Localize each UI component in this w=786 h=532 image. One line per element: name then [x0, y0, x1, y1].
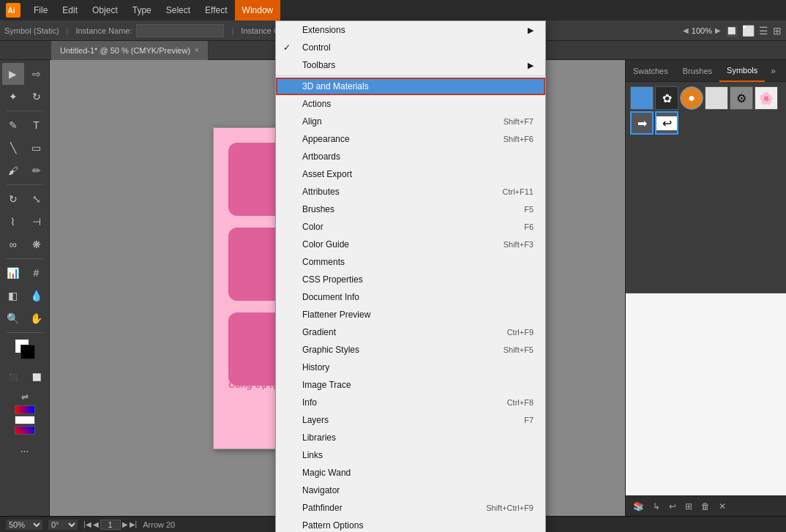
swap-colors-btn[interactable]: ⇌ [21, 391, 29, 402]
menu-object[interactable]: Object [85, 0, 125, 20]
dd-item-pathfinder[interactable]: Pathfinder Shift+Ctrl+F9 [276, 499, 545, 517]
panel-tb-libraries[interactable]: 📚 [630, 500, 647, 513]
screen-mode-normal[interactable]: ⬛ [2, 366, 24, 388]
panel-tb-place[interactable]: ↳ [650, 500, 663, 513]
dd-item-align[interactable]: Align Shift+F7 [276, 113, 545, 130]
menu-window[interactable]: Window [235, 0, 281, 20]
dd-item-navigator[interactable]: Navigator [276, 482, 545, 499]
panel-menu-icon[interactable]: ≡ [782, 66, 786, 76]
symbol-cell-blue[interactable] [630, 86, 654, 110]
symbol-cell-flower[interactable]: 🌸 [755, 86, 778, 110]
dd-item-control[interactable]: ✓ Control [276, 39, 545, 56]
dd-item-color[interactable]: Color F6 [276, 218, 545, 236]
menu-file[interactable]: File [26, 0, 55, 20]
symbol-cell-white[interactable] [705, 86, 728, 110]
instance-name-input[interactable] [136, 24, 224, 37]
tab-symbols[interactable]: Symbols [719, 60, 765, 82]
page-next-btn[interactable]: ▶ [122, 520, 128, 528]
dd-shortcut-graphic-styles: Shift+F5 [504, 345, 534, 354]
zoom-select[interactable]: 50% 100% [6, 520, 42, 530]
dd-item-image-trace[interactable]: Image Trace [276, 376, 545, 394]
eyedropper-tool[interactable]: 💧 [26, 285, 48, 307]
mesh-tool[interactable]: # [26, 262, 48, 284]
dd-item-3d-materials[interactable]: 3D and Materials [276, 78, 545, 95]
symbol-cell-orange[interactable]: ● [680, 86, 703, 110]
view-icon-1[interactable]: 🔲 [725, 25, 738, 37]
symbol-cell-arrow-return[interactable]: ↩ [655, 111, 678, 135]
magic-wand-tool[interactable]: ✦ [2, 86, 24, 108]
dd-item-css-properties[interactable]: CSS Properties [276, 271, 545, 288]
page-last-btn[interactable]: ▶| [130, 520, 138, 528]
paintbrush-tool[interactable]: 🖌 [2, 160, 24, 181]
zoom-in-icon[interactable]: ▶ [715, 26, 721, 34]
dd-item-graphic-styles[interactable]: Graphic Styles Shift+F5 [276, 341, 545, 359]
graph-tool[interactable]: 📊 [2, 262, 24, 284]
blend-tool[interactable]: ∞ [2, 233, 24, 255]
window-dropdown-menu[interactable]: Extensions ▶ ✓ Control Toolbars ▶ 3D and… [275, 20, 546, 532]
rotate-tool[interactable]: ↻ [2, 188, 24, 210]
symbol-cell-arrow-right[interactable]: ➡ [630, 111, 654, 135]
symbol-tool[interactable]: ❋ [26, 233, 48, 255]
page-prev-btn[interactable]: ◀ [93, 520, 99, 528]
hand-tool[interactable]: ✋ [26, 307, 48, 329]
direct-select-tool[interactable]: ⇨ [26, 63, 48, 85]
pen-tool[interactable]: ✎ [2, 114, 24, 136]
zoom-tool[interactable]: 🔍 [2, 307, 24, 329]
view-icon-2[interactable]: ⬜ [742, 25, 755, 37]
shape-tool[interactable]: ▭ [26, 137, 48, 159]
page-first-btn[interactable]: |◀ [83, 520, 91, 528]
gradient-tool[interactable]: ◧ [2, 285, 24, 307]
dd-item-info[interactable]: Info Ctrl+F8 [276, 394, 545, 411]
width-tool[interactable]: ⊣ [26, 211, 48, 233]
dd-item-attributes[interactable]: Attributes Ctrl+F11 [276, 183, 545, 201]
panel-tb-delete[interactable]: 🗑 [698, 500, 713, 513]
dd-item-brushes[interactable]: Brushes F5 [276, 201, 545, 218]
dd-item-comments[interactable]: Comments [276, 253, 545, 271]
select-tool[interactable]: ▶ [2, 63, 24, 85]
doc-tab-close[interactable]: × [195, 46, 199, 54]
panel-tab-more[interactable]: » [765, 66, 782, 76]
zoom-out-icon[interactable]: ◀ [683, 26, 689, 34]
more-tools-btn[interactable]: ··· [14, 440, 36, 462]
type-tool[interactable]: T [26, 114, 48, 136]
dd-item-history[interactable]: History [276, 359, 545, 376]
panel-tb-close[interactable]: ✕ [716, 500, 729, 513]
view-icon-3[interactable]: ☰ [759, 25, 768, 37]
dd-item-links[interactable]: Links [276, 446, 545, 464]
dd-item-pattern-options[interactable]: Pattern Options [276, 517, 545, 532]
page-input[interactable] [100, 520, 121, 530]
dd-item-color-guide[interactable]: Color Guide Shift+F3 [276, 236, 545, 253]
doc-tab-main[interactable]: Untitled-1* @ 50 % (CMYK/Preview) × [51, 41, 209, 60]
dd-item-actions[interactable]: Actions [276, 95, 545, 113]
menu-select[interactable]: Select [159, 0, 198, 20]
symbol-cell-black[interactable]: ✿ [655, 86, 678, 110]
dd-item-extensions[interactable]: Extensions ▶ [276, 21, 545, 39]
scale-tool[interactable]: ⤡ [26, 188, 48, 210]
dd-item-magic-wand[interactable]: Magic Wand [276, 464, 545, 482]
dd-item-flattener-preview[interactable]: Flattener Preview [276, 306, 545, 323]
menu-effect[interactable]: Effect [198, 0, 234, 20]
lasso-tool[interactable]: ↻ [26, 86, 48, 108]
line-tool[interactable]: ╲ [2, 137, 24, 159]
dd-item-libraries[interactable]: Libraries [276, 429, 545, 446]
view-icon-4[interactable]: ⊞ [773, 25, 782, 37]
menu-type[interactable]: Type [125, 0, 159, 20]
dd-item-appearance[interactable]: Appearance Shift+F6 [276, 130, 545, 148]
dd-item-layers[interactable]: Layers F7 [276, 411, 545, 429]
dd-item-artboards[interactable]: Artboards [276, 148, 545, 165]
pencil-tool[interactable]: ✏ [26, 160, 48, 181]
warp-tool[interactable]: ⌇ [2, 211, 24, 233]
dd-item-asset-export[interactable]: Asset Export [276, 165, 545, 183]
screen-mode-full[interactable]: ⬜ [26, 366, 48, 388]
menu-edit[interactable]: Edit [55, 0, 85, 20]
tab-swatches[interactable]: Swatches [626, 60, 675, 82]
dd-item-document-info[interactable]: Document Info [276, 288, 545, 306]
tab-brushes[interactable]: Brushes [675, 60, 719, 82]
angle-select[interactable]: 0° [48, 520, 78, 530]
panel-tb-new[interactable]: ⊞ [682, 500, 695, 513]
symbol-cell-gear[interactable]: ⚙ [730, 86, 753, 110]
panel-tb-break[interactable]: ↩ [666, 500, 679, 513]
dd-item-gradient[interactable]: Gradient Ctrl+F9 [276, 323, 545, 341]
dd-item-toolbars[interactable]: Toolbars ▶ [276, 56, 545, 74]
fill-stroke-indicator[interactable] [15, 339, 35, 359]
